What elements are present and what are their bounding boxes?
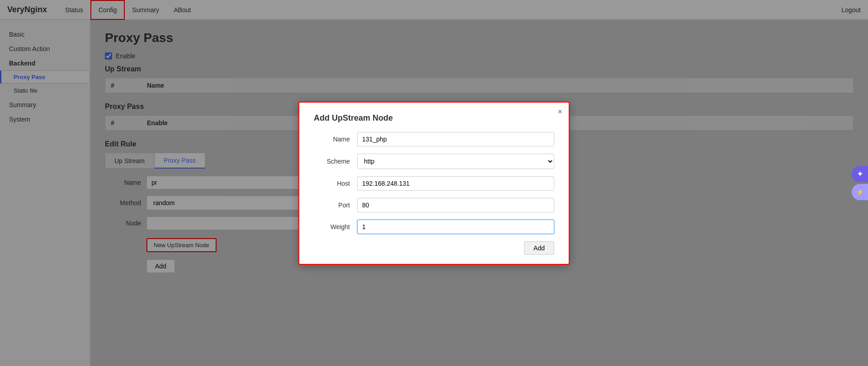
modal-overlay[interactable]: Add UpStream Node × Name Scheme http htt…: [0, 0, 868, 366]
modal-scheme-select[interactable]: http https: [357, 154, 554, 169]
modal-scheme-label: Scheme: [314, 158, 350, 165]
float-button-2[interactable]: ⚡: [852, 184, 868, 200]
modal: Add UpStream Node × Name Scheme http htt…: [298, 102, 570, 265]
right-float-buttons: ✦ ⚡: [852, 166, 868, 200]
modal-name-input[interactable]: [357, 132, 554, 146]
modal-host-row: Host: [314, 176, 554, 191]
modal-port-input[interactable]: [357, 198, 554, 212]
float-button-1[interactable]: ✦: [852, 166, 868, 182]
modal-port-label: Port: [314, 202, 350, 209]
modal-name-label: Name: [314, 136, 350, 143]
modal-weight-label: Weight: [314, 223, 350, 230]
modal-port-row: Port: [314, 198, 554, 212]
modal-title: Add UpStream Node: [314, 113, 554, 123]
modal-host-label: Host: [314, 180, 350, 187]
modal-close-button[interactable]: ×: [557, 107, 562, 117]
modal-weight-row: Weight: [314, 220, 554, 234]
modal-host-input[interactable]: [357, 176, 554, 191]
modal-add-button[interactable]: Add: [524, 241, 554, 255]
modal-name-row: Name: [314, 132, 554, 146]
modal-scheme-row: Scheme http https: [314, 154, 554, 169]
modal-footer: Add: [314, 241, 554, 255]
modal-weight-input[interactable]: [357, 220, 554, 234]
